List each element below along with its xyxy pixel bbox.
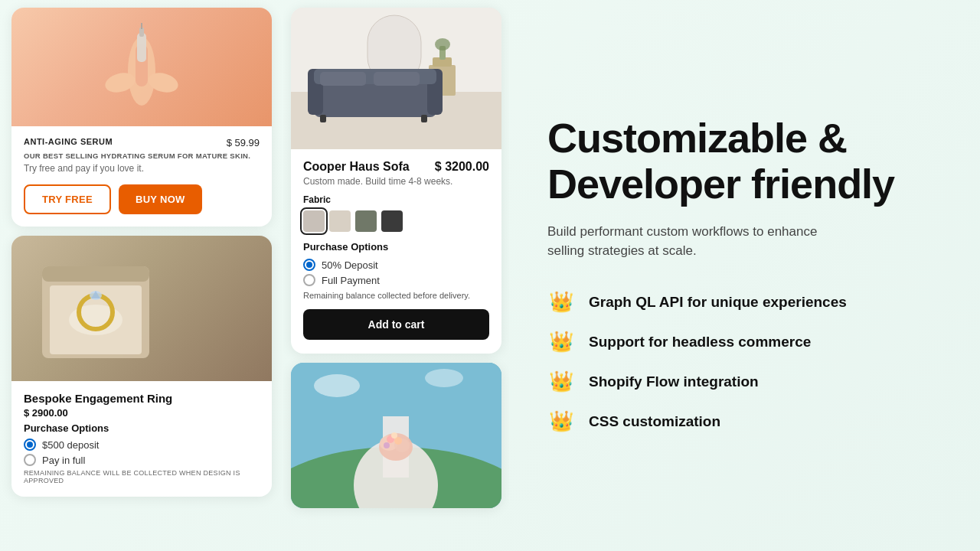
ring-product-image	[11, 236, 272, 381]
swatch-1[interactable]	[303, 210, 325, 232]
feature-text-1: Graph QL API for unique experiences	[589, 294, 847, 311]
feature-item-1: 👑 Graph QL API for unique experiences	[547, 289, 942, 316]
features-list: 👑 Graph QL API for unique experiences 👑 …	[547, 289, 942, 435]
swatch-4[interactable]	[381, 210, 403, 232]
svg-rect-27	[374, 72, 420, 86]
sofa-price: $ 3200.00	[435, 160, 489, 174]
right-panel: Customizable & Developer friendly Build …	[509, 0, 980, 551]
ring-option-full[interactable]: Pay in full	[24, 454, 260, 466]
serum-price: $ 59.99	[227, 137, 260, 148]
crown-icon-1: 👑	[547, 289, 575, 316]
crown-icon-3: 👑	[547, 368, 575, 396]
sofa-subtitle: Custom made. Build time 4-8 weeks.	[303, 176, 489, 187]
ring-option-deposit[interactable]: $500 deposit	[24, 439, 260, 451]
feature-item-4: 👑 CSS customization	[547, 408, 942, 435]
ring-remaining-text: REMAINING BALANCE WILL BE COLLECTED WHEN…	[24, 469, 260, 484]
sofa-title: Cooper Haus Sofa	[303, 160, 410, 174]
ring-illustration	[11, 236, 180, 381]
wedding-product-image	[291, 363, 501, 508]
svg-rect-29	[421, 115, 427, 122]
sofa-purchase-options-label: Purchase Options	[303, 241, 489, 253]
ring-deposit-label: $500 deposit	[42, 439, 99, 451]
serum-description: OUR BEST SELLING HYDRATING SERUM FOR MAT…	[24, 152, 260, 160]
sofa-deposit-radio[interactable]	[303, 259, 315, 271]
crown-icon-4: 👑	[547, 408, 575, 435]
svg-point-39	[391, 432, 397, 439]
svg-point-40	[384, 442, 390, 448]
sofa-option-deposit[interactable]: 50% Deposit	[303, 259, 489, 271]
serum-buttons: TRY FREE BUY NOW	[24, 184, 260, 214]
subheading: Build performant custom workflows to enh…	[547, 222, 854, 261]
crown-icon-2: 👑	[547, 328, 575, 356]
sofa-option-full[interactable]: Full Payment	[303, 274, 489, 286]
ring-card-body: Bespoke Engagement Ring $ 2900.00 Purcha…	[11, 381, 272, 497]
swatch-3[interactable]	[355, 210, 377, 232]
svg-point-41	[314, 374, 360, 397]
svg-rect-4	[141, 23, 142, 29]
try-free-button[interactable]: TRY FREE	[24, 184, 111, 214]
middle-panel: Cooper Haus Sofa $ 3200.00 Custom made. …	[283, 0, 509, 551]
ring-card: Bespoke Engagement Ring $ 2900.00 Purcha…	[11, 236, 272, 497]
add-to-cart-button[interactable]: Add to cart	[303, 309, 489, 340]
svg-point-21	[435, 38, 450, 51]
svg-point-42	[425, 369, 463, 387]
sofa-header-row: Cooper Haus Sofa $ 3200.00	[303, 160, 489, 174]
wedding-card	[291, 363, 501, 508]
wedding-illustration	[291, 363, 501, 508]
ring-full-radio[interactable]	[24, 454, 36, 466]
ring-deposit-radio[interactable]	[24, 439, 36, 451]
swatch-2[interactable]	[329, 210, 351, 232]
serum-subtitle: Try free and pay if you love it.	[24, 163, 260, 174]
sofa-product-image	[291, 8, 501, 149]
buy-now-button[interactable]: BUY NOW	[119, 184, 202, 214]
feature-item-3: 👑 Shopify Flow integration	[547, 368, 942, 396]
svg-rect-26	[320, 72, 366, 86]
feature-text-2: Support for headless commerce	[589, 334, 811, 350]
ring-price: $ 2900.00	[24, 407, 260, 419]
feature-text-3: Shopify Flow integration	[589, 373, 759, 390]
feature-item-2: 👑 Support for headless commerce	[547, 328, 942, 356]
ring-title: Bespoke Engagement Ring	[24, 392, 260, 405]
sofa-full-label: Full Payment	[322, 275, 380, 286]
serum-card-body: ANTI-AGING SERUM $ 59.99 OUR BEST SELLIN…	[11, 126, 272, 227]
serum-product-image	[11, 8, 272, 126]
fabric-swatches	[303, 210, 489, 232]
sofa-full-radio[interactable]	[303, 274, 315, 286]
svg-rect-2	[137, 33, 146, 62]
feature-text-4: CSS customization	[589, 413, 720, 430]
main-heading: Customizable & Developer friendly	[547, 116, 942, 207]
heading-line1: Customizable &	[547, 115, 847, 161]
sofa-card: Cooper Haus Sofa $ 3200.00 Custom made. …	[291, 8, 501, 354]
sofa-deposit-label: 50% Deposit	[322, 259, 378, 271]
heading-line2: Developer friendly	[547, 161, 894, 207]
ring-full-label: Pay in full	[42, 455, 85, 466]
sofa-illustration	[291, 8, 501, 149]
svg-rect-8	[42, 266, 149, 282]
serum-header-row: ANTI-AGING SERUM $ 59.99	[24, 137, 260, 148]
left-panel: ANTI-AGING SERUM $ 59.99 OUR BEST SELLIN…	[0, 0, 283, 551]
fabric-label: Fabric	[303, 194, 489, 205]
sofa-card-body: Cooper Haus Sofa $ 3200.00 Custom made. …	[291, 149, 501, 354]
serum-card: ANTI-AGING SERUM $ 59.99 OUR BEST SELLIN…	[11, 8, 272, 227]
svg-rect-28	[320, 115, 326, 122]
serum-illustration	[88, 14, 195, 121]
ring-purchase-options-label: Purchase Options	[24, 422, 260, 434]
sofa-remaining-balance: Remaining balance collected before deliv…	[303, 291, 489, 300]
serum-title: ANTI-AGING SERUM	[24, 137, 113, 146]
